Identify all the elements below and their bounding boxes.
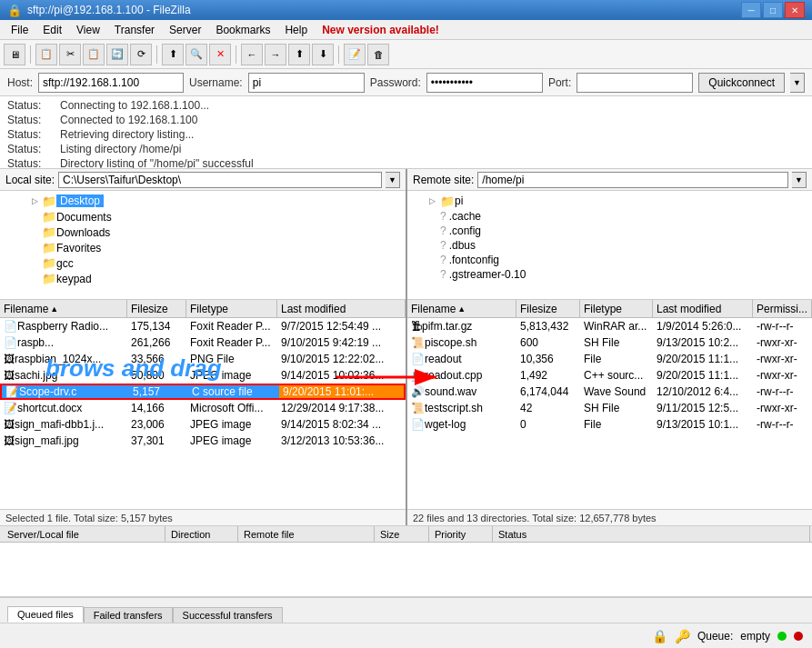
toolbar-btn7[interactable]: 🔍 — [185, 44, 207, 65]
host-input[interactable] — [38, 73, 184, 93]
tree-item-gcc[interactable]: 📁 gcc — [0, 255, 406, 271]
queue-col-status: Status — [493, 526, 810, 542]
toolbar-btn9[interactable]: → — [265, 44, 286, 65]
local-file-row-6[interactable]: 🖼sign_mafi-dbb1.j... 23,006 JPEG image 9… — [0, 416, 406, 433]
menu-view[interactable]: View — [69, 22, 107, 38]
tree-item-downloads[interactable]: 📁 Downloads — [0, 224, 406, 240]
remote-file-icon-1: 📜 — [411, 336, 425, 349]
toolbar-btn10[interactable]: ⬆ — [288, 44, 310, 65]
local-panel-status: Selected 1 file. Total size: 5,157 bytes — [0, 509, 406, 525]
tree-item-desktop[interactable]: ▷ 📁 Desktop — [0, 193, 406, 209]
remote-tree-item-fontconfig[interactable]: ? .fontconfig — [407, 253, 812, 267]
toolbar-btn3[interactable]: 📋 — [83, 44, 105, 65]
toolbar-btn11[interactable]: ⬇ — [312, 44, 334, 65]
toolbar-btn8[interactable]: ← — [241, 44, 263, 65]
remote-site-dropdown[interactable]: ▼ — [792, 172, 807, 188]
file-icon-4: 📝 — [5, 385, 19, 398]
local-file-row-3[interactable]: 🖼sachi.jpg 50,800 JPEG image 9/14/2015 1… — [0, 367, 406, 384]
local-col-filename[interactable]: Filename ▲ — [0, 300, 127, 317]
remote-tree-item-pi[interactable]: ▷ 📁 pi — [407, 193, 812, 209]
tab-failed-transfers[interactable]: Failed transfers — [84, 607, 173, 623]
status-text-2: Connected to 192.168.1.100 — [60, 113, 197, 127]
menu-server[interactable]: Server — [162, 22, 208, 38]
local-file-row-7[interactable]: 🖼sign_mafi.jpg 37,301 JPEG image 3/12/20… — [0, 433, 406, 449]
password-input[interactable] — [426, 73, 543, 93]
tree-item-documents[interactable]: 📁 Documents — [0, 209, 406, 224]
toolbar-btn13[interactable]: 🗑 — [367, 44, 389, 65]
remote-col-lastmodified[interactable]: Last modified — [653, 300, 753, 317]
toolbar-btn5[interactable]: ⟳ — [130, 44, 152, 65]
remote-tree-item-cache[interactable]: ? .cache — [407, 209, 812, 224]
menu-edit[interactable]: Edit — [35, 22, 69, 38]
port-input[interactable] — [576, 73, 693, 93]
tab-queued-files[interactable]: Queued files — [7, 606, 84, 623]
local-file-row-4[interactable]: 📝Scope-drv.c 5,157 C source file 9/20/20… — [0, 384, 406, 400]
menu-bookmarks[interactable]: Bookmarks — [208, 22, 277, 38]
unknown-icon-dbus: ? — [440, 239, 446, 252]
status-indicator-red — [794, 632, 803, 641]
status-indicator-green — [777, 632, 787, 641]
minimize-button[interactable]: ─ — [741, 2, 761, 18]
quickconnect-button[interactable]: Quickconnect — [698, 73, 785, 93]
remote-tree-item-gstreamer[interactable]: ? .gstreamer-0.10 — [407, 267, 812, 282]
username-input[interactable] — [248, 73, 365, 93]
menu-file[interactable]: File — [4, 22, 35, 38]
username-label: Username: — [189, 76, 243, 89]
local-file-row-0[interactable]: 📄Raspberry Radio... 175,134 Foxit Reader… — [0, 318, 406, 334]
queue-col-priority: Priority — [429, 526, 493, 542]
remote-file-row-0[interactable]: 🗜pifm.tar.gz 5,813,432 WinRAR ar... 1/9/… — [407, 318, 812, 334]
status-label-1: Status: — [7, 98, 53, 113]
close-button[interactable]: ✕ — [785, 2, 805, 18]
remote-panel: Remote site: ▼ ▷ 📁 pi ? .cache ? .config — [407, 169, 812, 525]
local-site-dropdown[interactable]: ▼ — [386, 172, 400, 188]
key-icon: 🔑 — [675, 629, 690, 643]
transfer-queue: Server/Local file Direction Remote file … — [0, 525, 812, 623]
toolbar-btn12[interactable]: 📝 — [344, 44, 366, 65]
local-col-lastmodified[interactable]: Last modified — [277, 300, 406, 317]
tree-item-favorites[interactable]: 📁 Favorites — [0, 240, 406, 255]
menubar: File Edit View Transfer Server Bookmarks… — [0, 20, 812, 40]
remote-file-row-6[interactable]: 📄wget-log 0 File 9/13/2015 10:1... -rw-r… — [407, 416, 812, 433]
local-site-input[interactable] — [58, 172, 382, 188]
queue-body — [0, 543, 812, 597]
remote-file-row-2[interactable]: 📄readout 10,356 File 9/20/2015 11:1... -… — [407, 351, 812, 367]
remote-file-row-5[interactable]: 📜testscript.sh 42 SH File 9/11/2015 12:5… — [407, 400, 812, 416]
local-file-row-5[interactable]: 📝shortcut.docx 14,166 Microsoft Offi... … — [0, 400, 406, 416]
maximize-button[interactable]: □ — [763, 2, 783, 18]
toolbar-btn4[interactable]: 🔄 — [106, 44, 128, 65]
toolbar-btn2[interactable]: ✂ — [59, 44, 81, 65]
local-col-filesize[interactable]: Filesize — [127, 300, 186, 317]
local-file-row-2[interactable]: 🖼raspbian_1024x... 33,566 PNG File 9/10/… — [0, 351, 406, 367]
local-file-row-1[interactable]: 📄raspb... 261,266 Foxit Reader P... 9/10… — [0, 334, 406, 351]
tab-successful-transfers[interactable]: Successful transfers — [173, 607, 283, 623]
unknown-icon-fontconfig: ? — [440, 254, 446, 266]
remote-col-filename[interactable]: Filename ▲ — [407, 300, 516, 317]
menu-transfer[interactable]: Transfer — [107, 22, 162, 38]
menu-new-version[interactable]: New version available! — [315, 22, 446, 38]
toolbar-btn6[interactable]: ⬆ — [162, 44, 184, 65]
remote-tree-label-dbus: .dbus — [449, 239, 476, 252]
remote-file-row-1[interactable]: 📜piscope.sh 600 SH File 9/13/2015 10:2..… — [407, 334, 812, 351]
folder-icon-gcc: 📁 — [42, 256, 56, 270]
remote-file-row-3[interactable]: 💻readout.cpp 1,492 C++ sourc... 9/20/201… — [407, 367, 812, 384]
remote-col-filetype[interactable]: Filetype — [580, 300, 653, 317]
menu-help[interactable]: Help — [277, 22, 315, 38]
remote-file-row-4[interactable]: 🔊sound.wav 6,174,044 Wave Sound 12/10/20… — [407, 384, 812, 400]
remote-tree-item-dbus[interactable]: ? .dbus — [407, 238, 812, 253]
addressbar: Host: Username: Password: Port: Quickcon… — [0, 69, 812, 96]
toolbar-btn1[interactable]: 📋 — [35, 44, 57, 65]
folder-icon-desktop: 📁 — [42, 194, 56, 208]
quickconnect-dropdown[interactable]: ▼ — [790, 73, 805, 93]
local-col-filetype[interactable]: Filetype — [186, 300, 277, 317]
tree-item-keypad[interactable]: 📁 keypad — [0, 271, 406, 286]
toolbar-sitemanager[interactable]: 🖥 — [4, 44, 25, 65]
local-site-label: Local site: — [5, 174, 55, 186]
password-label: Password: — [370, 76, 421, 89]
remote-col-perms[interactable]: Permissi... — [753, 300, 812, 317]
remote-site-input[interactable] — [477, 172, 788, 188]
toolbar-stop[interactable]: ✕ — [209, 44, 231, 65]
remote-tree-item-config[interactable]: ? .config — [407, 224, 812, 238]
remote-col-filesize[interactable]: Filesize — [516, 300, 580, 317]
file-icon-7: 🖼 — [4, 434, 15, 447]
status-text-1: Connecting to 192.168.1.100... — [60, 98, 209, 113]
